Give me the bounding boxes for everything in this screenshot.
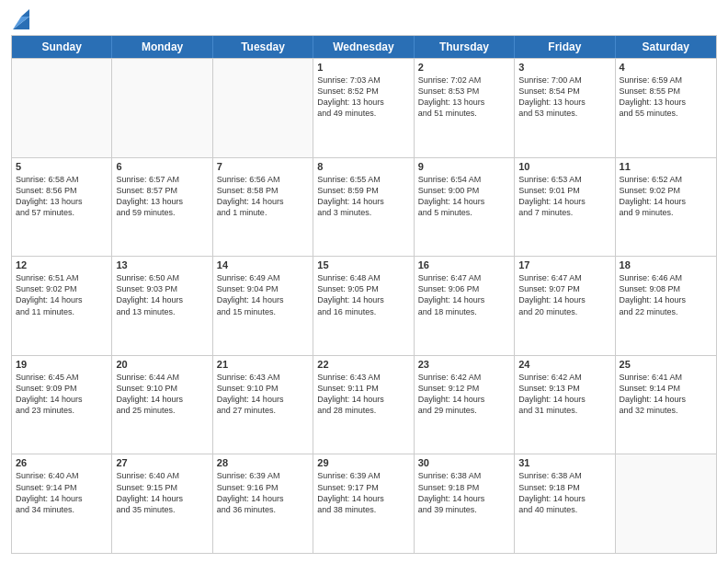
day-number: 31: [518, 457, 610, 468]
cal-cell-1-1: 6Sunrise: 6:57 AMSunset: 8:57 PMDaylight…: [112, 158, 212, 257]
cal-cell-4-3: 29Sunrise: 6:39 AMSunset: 9:17 PMDayligh…: [313, 454, 414, 553]
cal-cell-0-3: 1Sunrise: 7:03 AMSunset: 8:52 PMDaylight…: [313, 59, 414, 157]
cal-cell-2-5: 17Sunrise: 6:47 AMSunset: 9:07 PMDayligh…: [515, 257, 615, 355]
day-number: 21: [217, 359, 309, 370]
cell-text: Sunrise: 7:02 AMSunset: 8:53 PMDaylight:…: [418, 75, 510, 120]
cal-row-4: 26Sunrise: 6:40 AMSunset: 9:14 PMDayligh…: [12, 454, 716, 553]
cal-cell-2-2: 14Sunrise: 6:49 AMSunset: 9:04 PMDayligh…: [213, 257, 313, 355]
header-day-saturday: Saturday: [616, 36, 716, 58]
cal-row-2: 12Sunrise: 6:51 AMSunset: 9:02 PMDayligh…: [12, 256, 716, 355]
cal-cell-2-6: 18Sunrise: 6:46 AMSunset: 9:08 PMDayligh…: [616, 257, 716, 355]
cal-cell-4-0: 26Sunrise: 6:40 AMSunset: 9:14 PMDayligh…: [12, 454, 112, 553]
cell-text: Sunrise: 6:42 AMSunset: 9:13 PMDaylight:…: [518, 372, 610, 417]
cell-text: Sunrise: 6:46 AMSunset: 9:08 PMDaylight:…: [620, 272, 712, 317]
calendar: SundayMondayTuesdayWednesdayThursdayFrid…: [11, 35, 717, 554]
cal-cell-1-2: 7Sunrise: 6:56 AMSunset: 8:58 PMDaylight…: [213, 158, 313, 257]
day-number: 11: [620, 161, 712, 172]
cal-cell-1-6: 11Sunrise: 6:52 AMSunset: 9:02 PMDayligh…: [616, 158, 716, 257]
cell-text: Sunrise: 6:40 AMSunset: 9:14 PMDaylight:…: [16, 470, 108, 515]
cal-row-3: 19Sunrise: 6:45 AMSunset: 9:09 PMDayligh…: [12, 355, 716, 454]
day-number: 29: [317, 457, 409, 468]
cell-text: Sunrise: 6:41 AMSunset: 9:14 PMDaylight:…: [620, 372, 712, 417]
day-number: 9: [418, 161, 510, 172]
page: SundayMondayTuesdayWednesdayThursdayFrid…: [0, 0, 728, 563]
cal-cell-3-5: 24Sunrise: 6:42 AMSunset: 9:13 PMDayligh…: [515, 356, 615, 454]
cal-cell-1-0: 5Sunrise: 6:58 AMSunset: 8:56 PMDaylight…: [12, 158, 112, 257]
cal-cell-4-4: 30Sunrise: 6:38 AMSunset: 9:18 PMDayligh…: [415, 454, 515, 553]
day-number: 26: [16, 457, 108, 468]
cal-cell-3-1: 20Sunrise: 6:44 AMSunset: 9:10 PMDayligh…: [112, 356, 212, 454]
cell-text: Sunrise: 6:56 AMSunset: 8:58 PMDaylight:…: [217, 174, 309, 219]
cal-row-0: 1Sunrise: 7:03 AMSunset: 8:52 PMDaylight…: [12, 58, 716, 157]
cell-text: Sunrise: 6:48 AMSunset: 9:05 PMDaylight:…: [317, 272, 409, 317]
cell-text: Sunrise: 6:51 AMSunset: 9:02 PMDaylight:…: [16, 272, 108, 317]
cell-text: Sunrise: 6:39 AMSunset: 9:17 PMDaylight:…: [317, 470, 409, 515]
cell-text: Sunrise: 6:44 AMSunset: 9:10 PMDaylight:…: [116, 372, 208, 417]
cal-cell-3-4: 23Sunrise: 6:42 AMSunset: 9:12 PMDayligh…: [415, 356, 515, 454]
cell-text: Sunrise: 6:40 AMSunset: 9:15 PMDaylight:…: [116, 470, 208, 515]
cal-cell-2-1: 13Sunrise: 6:50 AMSunset: 9:03 PMDayligh…: [112, 257, 212, 355]
header-day-friday: Friday: [515, 36, 615, 58]
cell-text: Sunrise: 6:38 AMSunset: 9:18 PMDaylight:…: [518, 470, 610, 515]
svg-marker-2: [21, 9, 29, 17]
header-day-wednesday: Wednesday: [313, 36, 414, 58]
day-number: 6: [116, 161, 208, 172]
header: [11, 9, 717, 29]
cal-cell-0-5: 3Sunrise: 7:00 AMSunset: 8:54 PMDaylight…: [515, 59, 615, 157]
cal-cell-2-4: 16Sunrise: 6:47 AMSunset: 9:06 PMDayligh…: [415, 257, 515, 355]
cal-cell-1-5: 10Sunrise: 6:53 AMSunset: 9:01 PMDayligh…: [515, 158, 615, 257]
day-number: 13: [116, 259, 208, 270]
day-number: 22: [317, 359, 409, 370]
cal-cell-0-6: 4Sunrise: 6:59 AMSunset: 8:55 PMDaylight…: [616, 59, 716, 157]
day-number: 2: [418, 62, 510, 73]
cell-text: Sunrise: 6:58 AMSunset: 8:56 PMDaylight:…: [16, 174, 108, 219]
cal-cell-3-2: 21Sunrise: 6:43 AMSunset: 9:10 PMDayligh…: [213, 356, 313, 454]
calendar-header: SundayMondayTuesdayWednesdayThursdayFrid…: [12, 36, 716, 58]
day-number: 3: [518, 62, 610, 73]
cal-cell-2-3: 15Sunrise: 6:48 AMSunset: 9:05 PMDayligh…: [313, 257, 414, 355]
cal-cell-0-4: 2Sunrise: 7:02 AMSunset: 8:53 PMDaylight…: [415, 59, 515, 157]
cal-cell-0-0: [12, 59, 112, 157]
cell-text: Sunrise: 6:43 AMSunset: 9:10 PMDaylight:…: [217, 372, 309, 417]
cal-cell-3-6: 25Sunrise: 6:41 AMSunset: 9:14 PMDayligh…: [616, 356, 716, 454]
cell-text: Sunrise: 7:03 AMSunset: 8:52 PMDaylight:…: [317, 75, 409, 120]
day-number: 17: [518, 259, 610, 270]
day-number: 5: [16, 161, 108, 172]
day-number: 10: [518, 161, 610, 172]
cal-cell-1-4: 9Sunrise: 6:54 AMSunset: 9:00 PMDaylight…: [415, 158, 515, 257]
cell-text: Sunrise: 6:55 AMSunset: 8:59 PMDaylight:…: [317, 174, 409, 219]
day-number: 23: [418, 359, 510, 370]
cal-cell-0-1: [112, 59, 212, 157]
cell-text: Sunrise: 6:54 AMSunset: 9:00 PMDaylight:…: [418, 174, 510, 219]
calendar-body: 1Sunrise: 7:03 AMSunset: 8:52 PMDaylight…: [12, 58, 716, 553]
day-number: 20: [116, 359, 208, 370]
cell-text: Sunrise: 6:42 AMSunset: 9:12 PMDaylight:…: [418, 372, 510, 417]
cal-cell-0-2: [213, 59, 313, 157]
cell-text: Sunrise: 7:00 AMSunset: 8:54 PMDaylight:…: [518, 75, 610, 120]
cal-cell-1-3: 8Sunrise: 6:55 AMSunset: 8:59 PMDaylight…: [313, 158, 414, 257]
day-number: 7: [217, 161, 309, 172]
cell-text: Sunrise: 6:50 AMSunset: 9:03 PMDaylight:…: [116, 272, 208, 317]
header-day-sunday: Sunday: [12, 36, 112, 58]
day-number: 27: [116, 457, 208, 468]
day-number: 18: [620, 259, 712, 270]
cal-cell-4-2: 28Sunrise: 6:39 AMSunset: 9:16 PMDayligh…: [213, 454, 313, 553]
header-day-thursday: Thursday: [415, 36, 515, 58]
cal-row-1: 5Sunrise: 6:58 AMSunset: 8:56 PMDaylight…: [12, 157, 716, 257]
cal-cell-2-0: 12Sunrise: 6:51 AMSunset: 9:02 PMDayligh…: [12, 257, 112, 355]
logo: [11, 9, 31, 29]
cell-text: Sunrise: 6:53 AMSunset: 9:01 PMDaylight:…: [518, 174, 610, 219]
cal-cell-3-0: 19Sunrise: 6:45 AMSunset: 9:09 PMDayligh…: [12, 356, 112, 454]
day-number: 24: [518, 359, 610, 370]
day-number: 12: [16, 259, 108, 270]
logo-icon: [13, 9, 29, 29]
cell-text: Sunrise: 6:39 AMSunset: 9:16 PMDaylight:…: [217, 470, 309, 515]
header-day-tuesday: Tuesday: [213, 36, 313, 58]
day-number: 28: [217, 457, 309, 468]
cell-text: Sunrise: 6:47 AMSunset: 9:06 PMDaylight:…: [418, 272, 510, 317]
cal-cell-4-1: 27Sunrise: 6:40 AMSunset: 9:15 PMDayligh…: [112, 454, 212, 553]
day-number: 14: [217, 259, 309, 270]
cal-cell-4-5: 31Sunrise: 6:38 AMSunset: 9:18 PMDayligh…: [515, 454, 615, 553]
cal-cell-4-6: [616, 454, 716, 553]
cell-text: Sunrise: 6:45 AMSunset: 9:09 PMDaylight:…: [16, 372, 108, 417]
